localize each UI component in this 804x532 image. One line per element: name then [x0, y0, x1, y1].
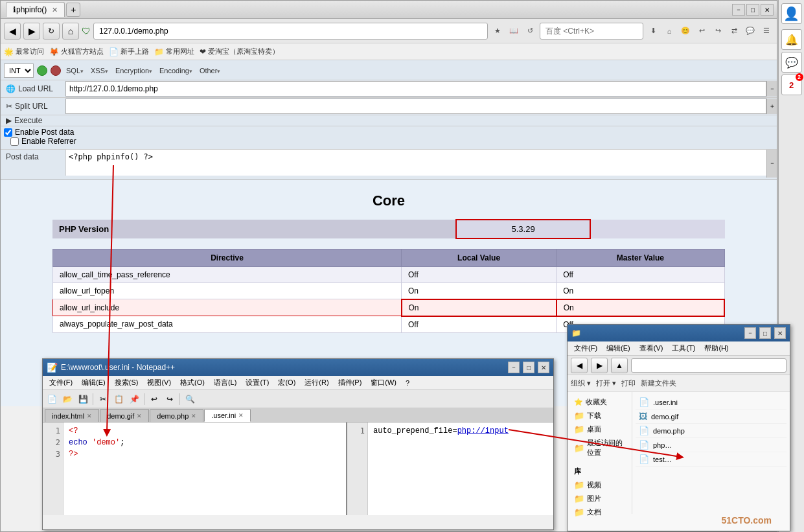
np-tab-userini[interactable]: .user.ini ✕ [204, 409, 251, 422]
enable-referrer-input[interactable] [10, 137, 19, 146]
home-icon2[interactable]: ⌂ [662, 24, 676, 38]
code-area-right[interactable]: auto_prepend_file=php://input [368, 422, 553, 515]
enable-post-input[interactable] [4, 128, 12, 137]
split-url-button[interactable]: ✂ Split URL [1, 98, 65, 114]
search-bar[interactable] [540, 23, 643, 40]
np-save-btn[interactable]: 💾 [76, 392, 90, 406]
exp-print-btn[interactable]: 打印 [621, 378, 636, 388]
notification-1[interactable]: 🔔 [781, 29, 802, 50]
hackbar-xss-menu[interactable]: XSS▾ [89, 67, 110, 75]
post-data-input[interactable]: <?php phpinfo() ?> [65, 150, 777, 176]
hackbar-select[interactable]: INT [4, 64, 34, 78]
menu-view[interactable]: 视图(V) [143, 376, 175, 389]
exp-new-folder-btn[interactable]: 新建文件夹 [641, 378, 676, 388]
menu-macro[interactable]: 宏(O) [274, 376, 299, 389]
bookmark-taobao[interactable]: ❤ 爱淘宝（原淘宝特卖） [200, 47, 279, 56]
np-tab-close-icon[interactable]: ✕ [191, 413, 196, 419]
np-new-btn[interactable]: 📄 [45, 392, 59, 406]
badge-icon[interactable]: 2 2 [781, 75, 802, 95]
exp-organize-btn[interactable]: 组织 ▾ [571, 378, 591, 388]
exp-menu-tools[interactable]: 工具(T) [668, 342, 699, 354]
file-demogif[interactable]: 🖼 demo.gif [636, 410, 787, 424]
sidebar-documents[interactable]: 📁 文档 [571, 505, 628, 519]
menu-window[interactable]: 窗口(W) [367, 376, 400, 389]
np-tab-close-icon[interactable]: ✕ [238, 412, 244, 419]
bookmark-most-visited[interactable]: 🌟 最常访问 [4, 47, 44, 56]
exp-menu-file[interactable]: 文件(F) [570, 342, 601, 354]
menu-icon[interactable]: ☰ [759, 24, 774, 38]
sidebar-downloads[interactable]: 📁 下载 [571, 409, 628, 422]
sidebar-favorites[interactable]: ⭐ 收藏夹 [571, 395, 628, 409]
menu-settings[interactable]: 设置(T) [242, 376, 273, 389]
file-demophp[interactable]: 📄 demo.php [636, 424, 787, 438]
hackbar-url-input[interactable] [65, 81, 766, 97]
notification-2[interactable]: 💬 [781, 52, 802, 73]
close-button[interactable]: ✕ [761, 4, 774, 16]
np-tab-gif[interactable]: demo.gif ✕ [100, 409, 149, 422]
chat-icon[interactable]: 💬 [743, 24, 757, 38]
hackbar-red-btn[interactable] [51, 65, 61, 76]
reload-icon[interactable]: ↺ [523, 24, 537, 38]
avatar-top[interactable]: 👤 [781, 3, 802, 24]
sidebar-videos[interactable]: 📁 视频 [571, 478, 628, 492]
downloads-icon[interactable]: ⬇ [646, 24, 660, 38]
menu-format[interactable]: 格式(O) [176, 376, 209, 389]
sidebar-recent[interactable]: 📁 最近访问的位置 [571, 436, 628, 459]
np-cut-btn[interactable]: ✂ [96, 392, 110, 406]
exp-search-input[interactable] [631, 358, 787, 373]
file-userini[interactable]: 📄 .user.ini [636, 395, 787, 410]
np-open-btn[interactable]: 📂 [60, 392, 75, 406]
exp-menu-help[interactable]: 帮助(H) [700, 342, 732, 354]
maximize-button[interactable]: □ [746, 4, 759, 16]
file-test[interactable]: 📄 test… [636, 452, 787, 467]
sidebar-desktop[interactable]: 📁 桌面 [571, 422, 628, 436]
new-tab-button[interactable]: + [66, 3, 80, 17]
load-url-button[interactable]: 🌐 Load URL [1, 81, 65, 97]
address-bar[interactable] [93, 23, 488, 40]
np-copy-btn[interactable]: 📋 [111, 392, 126, 406]
menu-help[interactable]: ? [402, 378, 413, 388]
hackbar-other-menu[interactable]: Other▾ [198, 67, 223, 75]
post-data-minus-btn[interactable]: － [766, 150, 777, 178]
emoji-icon[interactable]: 😊 [678, 24, 693, 38]
enable-post-checkbox[interactable]: Enable Post data [4, 128, 774, 137]
np-paste-btn[interactable]: 📌 [127, 392, 141, 406]
bookmark-common-urls[interactable]: 📁 常用网址 [154, 47, 194, 56]
exp-forward-btn[interactable]: ▶ [591, 358, 608, 373]
browser-tab[interactable]: ℹ phpinfo() ✕ [6, 2, 65, 17]
file-php[interactable]: 📄 php… [636, 438, 787, 452]
explorer-close-btn[interactable]: ✕ [774, 327, 786, 339]
explorer-minimize-btn[interactable]: － [744, 327, 756, 339]
np-tab-close-icon[interactable]: ✕ [137, 413, 142, 419]
np-tab-index[interactable]: index.html ✕ [45, 409, 99, 422]
menu-edit[interactable]: 编辑(E) [78, 376, 109, 389]
hackbar-split-url-input[interactable] [65, 98, 766, 114]
menu-search[interactable]: 搜索(S) [111, 376, 143, 389]
bookmark-icon[interactable]: ★ [490, 24, 505, 38]
menu-file[interactable]: 文件(F) [45, 376, 76, 389]
hackbar-encryption-menu[interactable]: Encryption▾ [113, 67, 154, 75]
np-undo-btn[interactable]: ↩ [147, 392, 161, 406]
bookmark-firefox[interactable]: 🦊 火狐官方站点 [49, 47, 104, 56]
notepad-maximize-btn[interactable]: □ [523, 362, 534, 373]
np-tab-close-icon[interactable]: ✕ [87, 413, 92, 419]
hackbar-url-minus-btn[interactable]: － [766, 81, 777, 97]
refresh-button[interactable]: ↻ [43, 23, 60, 40]
undo-icon[interactable]: ↩ [695, 24, 709, 38]
menu-plugins[interactable]: 插件(P) [334, 376, 366, 389]
hackbar-encoding-menu[interactable]: Encoding▾ [157, 67, 194, 75]
hackbar-green-btn[interactable] [37, 65, 47, 76]
exp-menu-edit[interactable]: 编辑(E) [603, 342, 634, 354]
hackbar-split-plus-btn[interactable]: ＋ [766, 98, 777, 114]
hackbar-sql-menu[interactable]: SQL▾ [64, 67, 86, 75]
np-redo-btn[interactable]: ↪ [163, 392, 177, 406]
execute-button[interactable]: ▶ Execute [1, 116, 65, 125]
exp-menu-view[interactable]: 查看(V) [636, 342, 667, 354]
minimize-button[interactable]: － [732, 4, 745, 16]
explorer-maximize-btn[interactable]: □ [759, 327, 771, 339]
tab-close-button[interactable]: ✕ [52, 6, 58, 14]
sidebar-pictures[interactable]: 📁 图片 [571, 492, 628, 505]
np-tab-php[interactable]: demo.php ✕ [150, 409, 203, 422]
menu-language[interactable]: 语言(L) [210, 376, 240, 389]
reader-icon[interactable]: 📖 [507, 24, 521, 38]
